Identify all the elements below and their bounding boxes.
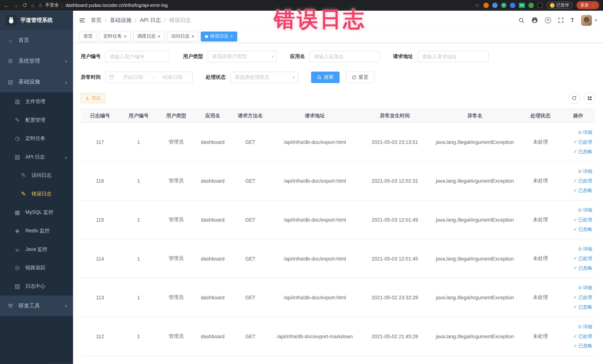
search-icon[interactable] xyxy=(518,17,524,23)
redis-icon: ◈ xyxy=(13,227,22,234)
sidebar-item-java-monitor[interactable]: ☕ Java 监控 xyxy=(0,240,73,259)
refresh-icon[interactable] xyxy=(568,92,580,104)
sidebar-item-mysql-monitor[interactable]: ▦ MySQL 监控 xyxy=(0,203,73,222)
col-user-id: 用户编号 xyxy=(119,109,158,123)
detail-link[interactable]: ⊙详细 xyxy=(562,166,592,176)
close-icon[interactable]: × xyxy=(231,34,233,39)
extension-icon[interactable]: V xyxy=(501,2,506,8)
sidebar-item-infrastructure[interactable]: ▤ 基础设施 ▴ xyxy=(0,71,73,92)
font-size-icon[interactable]: T xyxy=(570,17,574,23)
sidebar-item-redis-monitor[interactable]: ◈ Redis 监控 xyxy=(0,222,73,240)
database-icon: ▦ xyxy=(13,209,22,216)
forward-icon[interactable]: → xyxy=(13,2,19,8)
fullscreen-icon[interactable] xyxy=(558,17,564,23)
hamburger-icon[interactable] xyxy=(79,17,85,23)
chevron-up-icon: ▴ xyxy=(65,155,67,159)
detail-link[interactable]: ⊙详细 xyxy=(562,205,592,215)
address-bar[interactable]: ⚠ 不安全 | dashboard.yudao.iocoder.cn/infra… xyxy=(38,2,471,8)
mark-processed-link[interactable]: ✓已处理 xyxy=(562,215,592,224)
extension-icon[interactable] xyxy=(492,2,498,8)
clock-icon: ◷ xyxy=(13,135,22,142)
sidebar-item-access-logs[interactable]: ✎ 访问日志 xyxy=(0,166,73,185)
sidebar-item-error-logs[interactable]: ✎ 错误日志 xyxy=(0,185,73,203)
filter-app-name: 应用名 xyxy=(290,51,380,62)
column-settings-icon[interactable] xyxy=(584,92,595,104)
end-date-placeholder[interactable]: 结束日期 xyxy=(156,74,189,81)
mark-processed-link[interactable]: ✓已处理 xyxy=(562,137,592,147)
check-icon: ✓ xyxy=(573,178,577,183)
caret-down-icon[interactable]: ▾ xyxy=(595,18,597,23)
mark-ignored-link[interactable]: ✓已忽略 xyxy=(562,263,592,273)
tab-scheduled-tasks[interactable]: 定时任务 × xyxy=(99,31,131,41)
sidebar-item-config-management[interactable]: ✎ 配置管理 xyxy=(0,111,73,129)
extensions-cluster: V on xyxy=(483,2,543,8)
close-icon[interactable]: × xyxy=(191,34,194,39)
github-icon[interactable] xyxy=(532,17,538,23)
col-method: 请求方法名 xyxy=(231,109,269,123)
back-icon[interactable]: ← xyxy=(4,2,9,8)
app-name-input[interactable] xyxy=(310,51,380,62)
sidebar-item-system-management[interactable]: ⚙ 系统管理 ▾ xyxy=(0,51,73,71)
reset-button[interactable]: 重置 xyxy=(346,71,374,83)
tab-home[interactable]: 首页 xyxy=(79,31,97,41)
breadcrumb-api-logs[interactable]: API 日志 xyxy=(140,17,161,23)
detail-link[interactable]: ⊙详细 xyxy=(562,283,592,293)
date-range-picker[interactable]: 开始日期 - 结束日期 xyxy=(105,71,193,83)
paused-badge[interactable]: 已暂停 xyxy=(546,1,573,9)
mark-processed-link[interactable]: ✓已处理 xyxy=(562,293,592,302)
detail-link[interactable]: ⊙详细 xyxy=(562,128,592,137)
help-icon[interactable]: ? xyxy=(545,17,551,23)
sidebar-item-log-center[interactable]: ▨ 日志中心 xyxy=(0,277,73,295)
breadcrumb-infrastructure[interactable]: 基础设施 xyxy=(110,17,131,23)
browser-home-icon[interactable]: ⌂ xyxy=(31,2,35,8)
sidebar-item-home[interactable]: ⌂ 首页 xyxy=(0,30,73,51)
mark-ignored-link[interactable]: ✓已忽略 xyxy=(562,341,592,351)
mark-ignored-link[interactable]: ✓已忽略 xyxy=(562,224,592,234)
check-icon: ✓ xyxy=(573,188,577,193)
filter-exception-time: 异常时间 开始日期 - 结束日期 xyxy=(81,71,193,83)
tab-schedule-logs[interactable]: 调度日志 × xyxy=(133,31,165,41)
logo-bunny-icon xyxy=(5,15,17,26)
sidebar-item-file-management[interactable]: ▥ 文件管理 xyxy=(0,92,73,111)
active-dot-icon xyxy=(205,35,208,38)
tab-access-logs[interactable]: 访问日志 × xyxy=(167,31,198,41)
update-button[interactable]: 更新 ⋮ xyxy=(577,1,599,9)
app-logo[interactable]: 芋道管理系统 xyxy=(0,11,73,30)
mark-ignored-link[interactable]: ✓已忽略 xyxy=(562,186,592,195)
close-icon[interactable]: × xyxy=(124,34,127,39)
start-date-placeholder[interactable]: 开始日期 xyxy=(116,74,150,81)
detail-link[interactable]: ⊙详细 xyxy=(562,244,592,254)
sidebar-item-dev-tools[interactable]: ⚒ 研发工具 ▾ xyxy=(0,295,73,316)
chevron-down-icon: ▾ xyxy=(293,75,295,80)
request-url-input[interactable] xyxy=(418,51,489,62)
extension-icon[interactable] xyxy=(483,2,489,8)
user-type-select[interactable]: 请选择用户类型 ▾ xyxy=(208,51,277,62)
process-status-select[interactable]: 请选择处理状态 ▾ xyxy=(231,71,298,83)
mark-processed-link[interactable]: ✓已处理 xyxy=(562,331,592,341)
user-id-input[interactable] xyxy=(105,51,170,62)
home-icon: ⌂ xyxy=(6,37,15,44)
extension-icon[interactable] xyxy=(510,2,515,8)
col-status: 处理状态 xyxy=(520,109,561,123)
export-button[interactable]: 导出 xyxy=(81,93,105,103)
sidebar-item-scheduled-tasks[interactable]: ◷ 定时任务 xyxy=(0,129,73,148)
mark-processed-link[interactable]: ✓已处理 xyxy=(562,254,592,263)
eye-icon: ⊙ xyxy=(578,246,582,251)
mark-ignored-link[interactable]: ✓已忽略 xyxy=(562,147,592,156)
sidebar-item-api-logs[interactable]: ▧ API 日志 ▴ xyxy=(0,148,73,166)
tab-error-logs[interactable]: 错误日志 × xyxy=(201,31,237,41)
check-icon: ✓ xyxy=(573,294,577,300)
reload-icon[interactable] xyxy=(22,3,27,8)
mark-ignored-link[interactable]: ✓已忽略 xyxy=(562,302,592,312)
sidebar-item-tracing[interactable]: ◎ 链路追踪 xyxy=(0,258,73,277)
search-button[interactable]: 搜索 xyxy=(311,71,340,83)
breadcrumb-home[interactable]: 首页 xyxy=(91,17,102,23)
mark-processed-link[interactable]: ✓已处理 xyxy=(562,176,592,186)
bookmark-star-icon[interactable]: ☆ xyxy=(475,2,480,8)
avatar[interactable] xyxy=(581,15,592,26)
extension-icon[interactable] xyxy=(529,2,534,8)
close-icon[interactable]: × xyxy=(158,34,161,39)
detail-link[interactable]: ⊙详细 xyxy=(562,322,592,331)
extension-icon[interactable] xyxy=(537,2,543,8)
extension-icon[interactable]: on xyxy=(519,2,525,8)
